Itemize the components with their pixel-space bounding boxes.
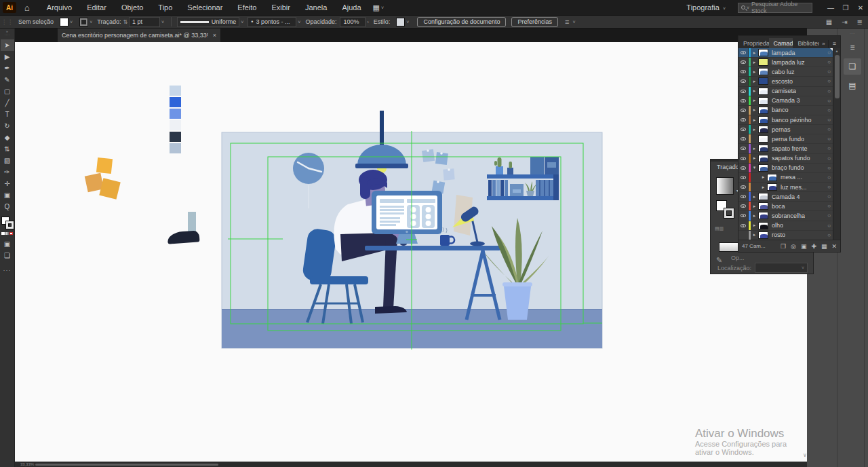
layer-target-icon[interactable]: ○ xyxy=(827,78,831,84)
layer-name[interactable]: cabo luz xyxy=(772,69,795,75)
style-swatch[interactable] xyxy=(396,18,405,26)
direct-selection-tool[interactable]: ▶ xyxy=(1,51,14,62)
fill-stroke-widget[interactable] xyxy=(1,217,14,229)
visibility-toggle[interactable] xyxy=(738,125,749,134)
layer-target-icon[interactable]: ○ xyxy=(827,203,831,209)
hand-tool[interactable]: ✛ xyxy=(1,178,14,189)
expand-arrow-icon[interactable]: ▸ xyxy=(751,88,758,94)
variable-width-profile-select[interactable]: Uniforme xyxy=(177,17,239,27)
preferences-button[interactable]: Preferências xyxy=(511,17,558,27)
arrange-documents-icon[interactable]: ⇥ xyxy=(842,18,847,26)
layer-row[interactable]: ▸sobrancelha○ xyxy=(738,211,833,221)
layer-row[interactable]: ▸sapatos fundo○ xyxy=(738,154,833,164)
layer-target-icon[interactable]: ○ xyxy=(827,88,831,94)
layer-name[interactable]: mesa ... xyxy=(781,174,802,181)
layer-target-icon[interactable]: ○ xyxy=(827,107,831,113)
layer-row[interactable]: ▸banco pézinho○ xyxy=(738,115,833,125)
layer-target-icon[interactable]: ○ xyxy=(827,212,831,219)
layer-name[interactable]: escosto xyxy=(772,78,793,85)
chevron-down-icon[interactable]: ˅ xyxy=(70,20,73,24)
new-layer-icon[interactable]: ▦ xyxy=(821,243,827,250)
delete-layer-icon[interactable]: ✕ xyxy=(831,243,837,250)
expand-arrow-icon[interactable]: ▸ xyxy=(751,117,758,123)
workspace-switcher[interactable]: Tipografia ˅ xyxy=(686,3,728,12)
layer-row[interactable]: ▸Camada 3○ xyxy=(738,96,833,106)
layer-thumbnail[interactable] xyxy=(758,126,768,133)
layer-name[interactable]: braço fundo xyxy=(772,164,804,171)
expand-arrow-icon[interactable]: ▸ xyxy=(751,232,758,238)
layer-row[interactable]: ▸olho○ xyxy=(738,221,833,231)
pasteboard-swatch[interactable] xyxy=(170,86,181,96)
layer-thumbnail[interactable] xyxy=(758,58,768,66)
layer-thumbnail[interactable] xyxy=(758,88,768,95)
rotate-tool[interactable]: ↻ xyxy=(1,120,14,132)
gradient-tool[interactable]: ▧ xyxy=(1,155,14,166)
document-setup-button[interactable]: Configuração de documento xyxy=(417,17,506,27)
pasteboard-swatch[interactable] xyxy=(170,120,181,130)
curvature-tool[interactable]: ✎ xyxy=(1,74,14,86)
pasteboard-swatch[interactable] xyxy=(170,143,181,153)
expand-arrow-icon[interactable]: ▸ xyxy=(751,50,758,56)
visibility-toggle[interactable] xyxy=(738,183,749,191)
app-icon[interactable]: Ai xyxy=(3,2,16,13)
layer-target-icon[interactable]: ○ xyxy=(827,174,831,181)
chevron-down-icon[interactable]: ˅ xyxy=(298,20,300,24)
expand-arrow-icon[interactable]: ▸ xyxy=(751,155,758,161)
layer-row[interactable]: perna fundo○ xyxy=(738,134,833,144)
layer-name[interactable]: olho xyxy=(772,222,783,229)
chevron-down-icon[interactable]: ˅ xyxy=(241,20,243,24)
layer-thumbnail[interactable] xyxy=(758,231,768,239)
menu-exibir[interactable]: Exibir xyxy=(264,0,298,15)
stock-search-input[interactable]: ˅ Pesquisar Adobe Stock xyxy=(738,3,812,13)
brush-select[interactable]: •3 pontos - ... xyxy=(248,17,296,27)
visibility-toggle[interactable] xyxy=(738,144,749,153)
home-icon[interactable]: ⌂ xyxy=(24,3,30,13)
tab-bibliotecas[interactable]: Bibliotecas xyxy=(793,38,819,48)
layer-name[interactable]: Camada 4 xyxy=(772,193,800,200)
layer-name[interactable]: banco pézinho xyxy=(772,117,812,124)
layer-thumbnail[interactable] xyxy=(758,107,768,114)
layer-row[interactable]: ▾braço fundo○ xyxy=(738,164,833,173)
layer-target-icon[interactable]: ○ xyxy=(827,126,831,132)
layer-row[interactable]: ▸rosto○ xyxy=(738,231,833,240)
layer-target-icon[interactable]: ○ xyxy=(827,69,831,75)
expand-arrow-icon[interactable]: ▸ xyxy=(760,185,767,190)
visibility-toggle[interactable] xyxy=(738,202,749,210)
layer-target-icon[interactable]: ○ xyxy=(827,145,831,151)
layer-thumbnail[interactable] xyxy=(758,193,768,200)
stroke-color-swatch[interactable] xyxy=(79,18,88,26)
layer-target-icon[interactable]: ○ xyxy=(827,59,831,65)
document-tab[interactable]: Cena escritório personagem de camiseta.a… xyxy=(58,29,220,42)
workspace-grid-icon[interactable]: ▦ ˅ xyxy=(369,0,391,15)
layer-target-icon[interactable]: ○ xyxy=(827,98,831,104)
layer-row[interactable]: ▸Camada 4○ xyxy=(738,192,833,202)
layer-name[interactable]: sobrancelha xyxy=(772,212,805,219)
layer-name[interactable]: luz mes... xyxy=(781,184,807,191)
pasteboard-swatch[interactable] xyxy=(170,97,181,107)
tab-camadas[interactable]: Camadas xyxy=(769,38,793,48)
none-button[interactable] xyxy=(9,232,13,235)
free-transform-tool[interactable]: ⇅ xyxy=(1,143,14,155)
layer-thumbnail[interactable] xyxy=(758,97,768,105)
color-button[interactable] xyxy=(1,232,5,235)
layer-thumbnail[interactable] xyxy=(767,183,777,191)
expand-arrow-icon[interactable]: ▸ xyxy=(751,98,758,103)
layer-row[interactable]: ▸lampada○ xyxy=(738,48,833,58)
artboard-tool[interactable]: ▣ xyxy=(1,189,14,201)
sticky-note[interactable] xyxy=(96,157,113,174)
visibility-toggle[interactable] xyxy=(738,211,749,220)
rectangle-tool[interactable]: ▢ xyxy=(1,86,14,97)
pen-tool[interactable]: ✒ xyxy=(1,62,14,74)
canvas[interactable]: Ativar o Windows Acesse Configurações pa… xyxy=(15,42,807,462)
layer-row[interactable]: ▸luz mes...○ xyxy=(738,183,833,192)
gradient-button[interactable] xyxy=(5,232,9,235)
layer-name[interactable]: pernas xyxy=(772,126,791,133)
restore-button[interactable]: ❐ xyxy=(838,4,853,12)
color-mode-buttons[interactable] xyxy=(1,232,13,235)
chevron-down-icon[interactable]: ˅ xyxy=(572,20,575,24)
new-sublayer-icon[interactable]: ✚ xyxy=(811,243,816,250)
visibility-toggle[interactable] xyxy=(738,115,749,124)
layer-thumbnail[interactable] xyxy=(758,155,768,162)
layers-panel-icon[interactable]: ❏ xyxy=(844,58,861,75)
location-select[interactable]: ˅ xyxy=(755,263,808,273)
